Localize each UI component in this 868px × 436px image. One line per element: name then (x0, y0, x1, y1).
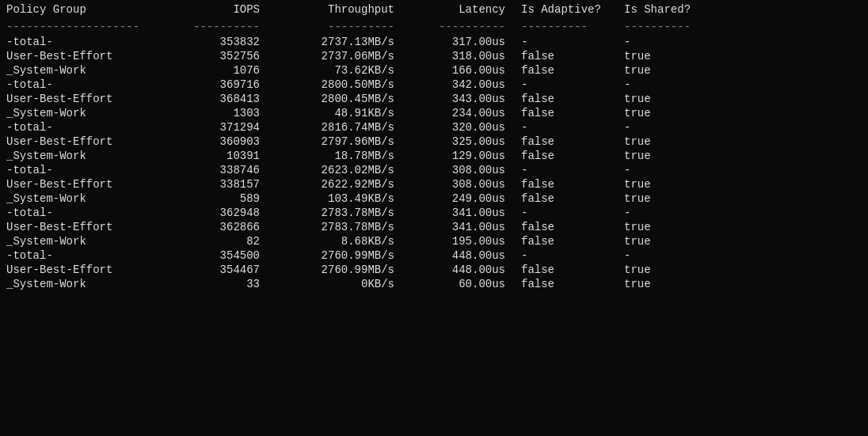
table-row: -total- 371294 2816.74MB/s 320.00us - - (0, 120, 868, 135)
cell-latency: 318.00us (418, 50, 521, 63)
cell-latency: 129.00us (418, 150, 521, 162)
cell-shared: - (624, 36, 727, 48)
cell-iops: 10391 (181, 150, 284, 162)
table-row: _System-Work 1303 48.91KB/s 234.00us fal… (0, 106, 868, 120)
cell-shared: - (624, 249, 727, 262)
cell-iops: 371294 (181, 121, 284, 134)
table-row: User-Best-Effort 362866 2783.78MB/s 341.… (0, 220, 868, 234)
cell-iops: 589 (181, 192, 284, 205)
cell-shared: true (624, 263, 727, 276)
cell-adaptive: false (521, 93, 624, 105)
cell-iops: 33 (181, 278, 284, 290)
table-row: _System-Work 589 103.49KB/s 249.00us fal… (0, 191, 868, 206)
cell-iops: 354467 (181, 263, 284, 276)
cell-shared: true (624, 64, 727, 77)
cell-adaptive: - (521, 249, 624, 262)
cell-throughput: 2622.92MB/s (284, 178, 418, 191)
terminal-table: Policy Group IOPS Throughput Latency Is … (0, 0, 868, 291)
cell-latency: 308.00us (418, 164, 521, 176)
cell-throughput: 2737.13MB/s (284, 36, 418, 48)
table-row: -total- 353832 2737.13MB/s 317.00us - - (0, 35, 868, 49)
divider-throughput: ---------- (284, 21, 418, 33)
cell-throughput: 2623.02MB/s (284, 164, 418, 176)
cell-adaptive: - (521, 36, 624, 48)
cell-latency: 325.00us (418, 135, 521, 148)
cell-policy: User-Best-Effort (6, 178, 181, 191)
cell-latency: 343.00us (418, 93, 521, 105)
data-rows-container: -total- 353832 2737.13MB/s 317.00us - - … (0, 35, 868, 291)
cell-adaptive: false (521, 278, 624, 290)
cell-shared: true (624, 150, 727, 162)
cell-policy: -total- (6, 78, 181, 91)
cell-throughput: 8.68KB/s (284, 235, 418, 248)
divider-adaptive: ---------- (521, 21, 624, 33)
table-row: _System-Work 10391 18.78MB/s 129.00us fa… (0, 149, 868, 163)
cell-throughput: 2760.99MB/s (284, 263, 418, 276)
cell-throughput: 48.91KB/s (284, 107, 418, 119)
cell-adaptive: false (521, 178, 624, 191)
cell-iops: 360903 (181, 135, 284, 148)
cell-iops: 338746 (181, 164, 284, 176)
divider-latency: ---------- (418, 21, 521, 33)
cell-policy: _System-Work (6, 235, 181, 248)
cell-iops: 1303 (181, 107, 284, 119)
cell-latency: 341.00us (418, 221, 521, 233)
cell-shared: true (624, 178, 727, 191)
cell-throughput: 2783.78MB/s (284, 207, 418, 219)
cell-adaptive: - (521, 164, 624, 176)
cell-throughput: 18.78MB/s (284, 150, 418, 162)
cell-policy: -total- (6, 164, 181, 176)
cell-shared: - (624, 78, 727, 91)
cell-shared: true (624, 221, 727, 233)
cell-adaptive: false (521, 64, 624, 77)
cell-throughput: 0KB/s (284, 278, 418, 290)
cell-shared: true (624, 192, 727, 205)
col-header-adaptive: Is Adaptive? (521, 3, 624, 16)
cell-iops: 352756 (181, 50, 284, 63)
col-header-throughput: Throughput (284, 3, 418, 16)
cell-adaptive: - (521, 207, 624, 219)
cell-throughput: 2783.78MB/s (284, 221, 418, 233)
table-row: -total- 354500 2760.99MB/s 448.00us - - (0, 248, 868, 263)
cell-policy: _System-Work (6, 150, 181, 162)
cell-latency: 308.00us (418, 178, 521, 191)
cell-latency: 195.00us (418, 235, 521, 248)
cell-policy: _System-Work (6, 192, 181, 205)
cell-iops: 82 (181, 235, 284, 248)
table-row: _System-Work 33 0KB/s 60.00us false true (0, 277, 868, 291)
cell-policy: -total- (6, 249, 181, 262)
cell-throughput: 103.49KB/s (284, 192, 418, 205)
cell-iops: 1076 (181, 64, 284, 77)
cell-latency: 448.00us (418, 263, 521, 276)
cell-throughput: 2737.06MB/s (284, 50, 418, 63)
cell-adaptive: false (521, 192, 624, 205)
cell-throughput: 73.62KB/s (284, 64, 418, 77)
cell-throughput: 2760.99MB/s (284, 249, 418, 262)
divider-policy: -------------------- (6, 21, 181, 33)
cell-adaptive: false (521, 50, 624, 63)
cell-latency: 234.00us (418, 107, 521, 119)
cell-shared: true (624, 135, 727, 148)
cell-adaptive: false (521, 107, 624, 119)
cell-policy: User-Best-Effort (6, 50, 181, 63)
cell-iops: 362948 (181, 207, 284, 219)
cell-policy: User-Best-Effort (6, 135, 181, 148)
cell-policy: _System-Work (6, 278, 181, 290)
col-header-latency: Latency (418, 3, 521, 16)
cell-latency: 341.00us (418, 207, 521, 219)
cell-latency: 320.00us (418, 121, 521, 134)
cell-throughput: 2800.50MB/s (284, 78, 418, 91)
cell-policy: _System-Work (6, 64, 181, 77)
cell-adaptive: false (521, 150, 624, 162)
cell-adaptive: false (521, 263, 624, 276)
cell-latency: 249.00us (418, 192, 521, 205)
cell-adaptive: false (521, 235, 624, 248)
cell-adaptive: - (521, 78, 624, 91)
table-row: User-Best-Effort 368413 2800.45MB/s 343.… (0, 92, 868, 106)
header-row: Policy Group IOPS Throughput Latency Is … (0, 0, 868, 19)
table-row: _System-Work 82 8.68KB/s 195.00us false … (0, 234, 868, 248)
cell-policy: -total- (6, 121, 181, 134)
cell-policy: _System-Work (6, 107, 181, 119)
table-row: _System-Work 1076 73.62KB/s 166.00us fal… (0, 63, 868, 78)
cell-iops: 354500 (181, 249, 284, 262)
